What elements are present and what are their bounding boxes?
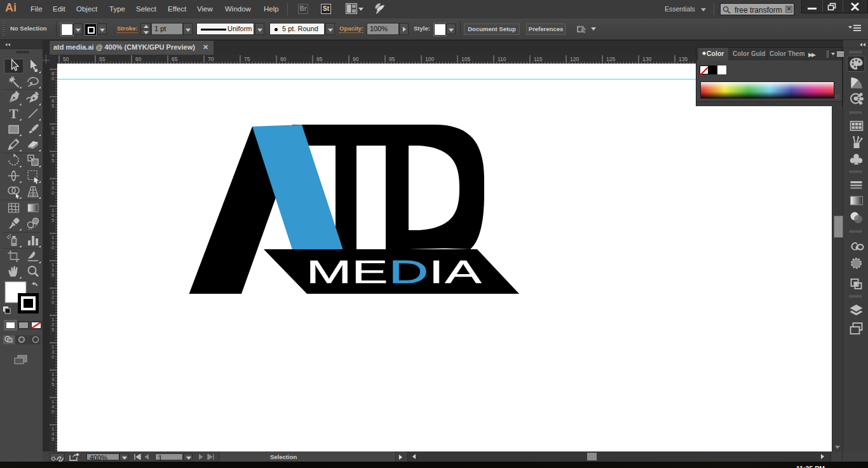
svg-text:5: 5 [51, 158, 55, 163]
svg-text:M: M [306, 254, 352, 289]
svg-text:5: 5 [51, 103, 55, 109]
svg-text:85: 85 [316, 56, 323, 62]
svg-text:I: I [429, 254, 444, 289]
svg-text:65: 65 [172, 56, 178, 62]
svg-text:60: 60 [135, 56, 142, 62]
svg-text:0: 0 [51, 245, 55, 251]
svg-text:0: 0 [51, 76, 55, 81]
svg-text:90: 90 [353, 56, 359, 62]
svg-text:80: 80 [280, 56, 287, 62]
svg-text:T: T [10, 106, 18, 121]
svg-text:115: 115 [534, 56, 543, 62]
svg-text:70: 70 [208, 56, 214, 62]
svg-text:0: 0 [51, 190, 55, 196]
svg-text:5: 5 [51, 382, 55, 387]
svg-text:5: 5 [51, 436, 55, 442]
svg-text:110: 110 [498, 56, 506, 62]
svg-text:95: 95 [389, 56, 395, 62]
svg-text:5: 5 [51, 327, 55, 333]
svg-text:125: 125 [606, 56, 615, 62]
svg-text:D: D [389, 254, 428, 289]
svg-text:E: E [351, 254, 388, 289]
svg-text:55: 55 [99, 56, 105, 62]
svg-text:A: A [445, 254, 481, 289]
svg-text:5: 5 [51, 272, 55, 278]
svg-text:0: 0 [51, 354, 55, 360]
svg-text:50: 50 [63, 56, 69, 62]
svg-text:5: 5 [51, 217, 55, 223]
svg-text:75: 75 [244, 56, 250, 62]
svg-text:135: 135 [679, 56, 688, 62]
svg-text:0: 0 [51, 130, 55, 136]
svg-text:120: 120 [570, 56, 579, 62]
svg-text:0: 0 [51, 409, 55, 415]
svg-text:130: 130 [642, 56, 651, 62]
svg-text:105: 105 [461, 56, 470, 62]
svg-text:0: 0 [51, 299, 55, 305]
svg-text:100: 100 [425, 56, 434, 62]
